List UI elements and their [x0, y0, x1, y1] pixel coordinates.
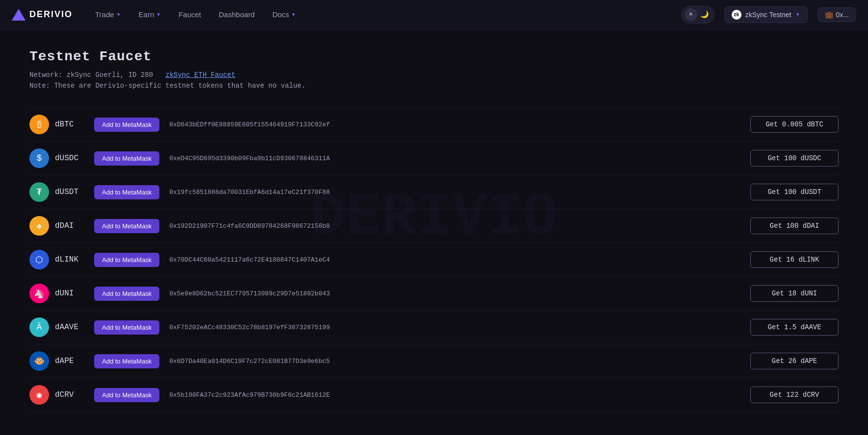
get-token-button-dusdc[interactable]: Get 100 dUSDC	[750, 150, 839, 167]
logo-text: DERIVIO	[29, 9, 73, 20]
get-token-button-dcrv[interactable]: Get 122 dCRV	[750, 387, 839, 403]
logo[interactable]: DERIVIO	[12, 9, 73, 21]
token-address-dusdc: 0xeD4C95D695d3390b09Fba9b11cD93067884631…	[169, 155, 740, 162]
token-icon-dcrv: ◉	[29, 385, 49, 405]
wallet-button[interactable]: 💼 0x...	[817, 7, 856, 22]
add-metamask-button-daave[interactable]: Add to MetaMask	[94, 320, 159, 335]
theme-toggle[interactable]: ☀️ 🌙	[681, 6, 715, 24]
note-text: Note: These are Derivio-specific testnet…	[29, 82, 839, 90]
token-symbol: dAPE	[55, 357, 94, 365]
token-icon-dbtc: ₿	[29, 115, 49, 134]
add-metamask-button-ddai[interactable]: Add to MetaMask	[94, 219, 159, 233]
token-icon-dusdc: $	[29, 148, 49, 168]
nav-item-dashboard[interactable]: Dashboard	[212, 6, 261, 23]
add-metamask-button-dape[interactable]: Add to MetaMask	[94, 354, 159, 368]
token-icon-dusdt: ₮	[29, 182, 49, 202]
get-token-button-daave[interactable]: Get 1.5 dAAVE	[750, 319, 839, 336]
token-symbol: dBTC	[55, 120, 94, 129]
token-symbol: dAAVE	[55, 323, 94, 332]
token-symbol: dLINK	[55, 255, 94, 264]
eth-faucet-link[interactable]: zkSync ETH Faucet	[165, 71, 235, 79]
nav-item-faucet[interactable]: Faucet	[172, 6, 208, 23]
wallet-address: 0x...	[836, 11, 849, 19]
token-list: ₿ dBTC Add to MetaMask 0xD643bEDff0E8885…	[29, 107, 839, 412]
get-token-button-dlink[interactable]: Get 16 dLINK	[750, 251, 839, 268]
token-address-dcrv: 0x5b190FA37c2c923AfAc979B730b9F6c21AB161…	[169, 391, 740, 399]
token-icon-dlink: ⬡	[29, 250, 49, 269]
token-address-ddai: 0x192D21907F71c4fa6C9DD89784268F98672158…	[169, 222, 740, 230]
token-icon-duni: 🦄	[29, 284, 49, 303]
token-address-daave: 0xF75202eACc48330C52c78b8197efF387328751…	[169, 324, 740, 331]
token-row: ⬡ dLINK Add to MetaMask 0x70DC44C60a5421…	[29, 243, 839, 277]
token-row: ₿ dBTC Add to MetaMask 0xD643bEDff0E8885…	[29, 107, 839, 142]
token-address-dusdt: 0x19fc5851886da70031EbfA6d14a17eC21f370F…	[169, 189, 740, 196]
chevron-down-icon: ▼	[116, 12, 121, 17]
add-metamask-button-dcrv[interactable]: Add to MetaMask	[94, 388, 159, 402]
token-row: 🐵 dAPE Add to MetaMask 0x6D7Da40Ea014D6C…	[29, 344, 839, 378]
chevron-down-icon: ▼	[291, 12, 296, 17]
add-metamask-button-dusdc[interactable]: Add to MetaMask	[94, 151, 159, 166]
token-row: $ dUSDC Add to MetaMask 0xeD4C95D695d339…	[29, 142, 839, 175]
chevron-down-icon: ▼	[156, 12, 161, 17]
token-address-dape: 0x6D7Da40Ea014D6C19F7c272cE081B77D3e9e6b…	[169, 358, 740, 365]
chevron-down-icon: ▼	[795, 12, 800, 17]
add-metamask-button-dusdt[interactable]: Add to MetaMask	[94, 185, 159, 199]
moon-icon[interactable]: 🌙	[698, 8, 711, 21]
token-icon-dape: 🐵	[29, 351, 49, 371]
token-row: ◈ dDAI Add to MetaMask 0x192D21907F71c4f…	[29, 209, 839, 243]
nav-item-earn[interactable]: Earn ▼	[132, 6, 168, 23]
token-row: ◉ dCRV Add to MetaMask 0x5b190FA37c2c923…	[29, 378, 839, 412]
token-row: Ā dAAVE Add to MetaMask 0xF75202eACc4833…	[29, 311, 839, 344]
navbar: DERIVIO Trade ▼ Earn ▼ Faucet Dashboard …	[0, 0, 868, 29]
network-name: zkSync Testnet	[745, 11, 791, 19]
add-metamask-button-dbtc[interactable]: Add to MetaMask	[94, 118, 159, 132]
token-address-duni: 0x5e9e8D62bc521EC7705713089c29D7e51892b0…	[169, 290, 740, 297]
nav-item-docs[interactable]: Docs ▼	[265, 6, 303, 23]
token-address-dbtc: 0xD643bEDff0E88859E605f155464919F7133C92…	[169, 121, 740, 128]
token-symbol: dCRV	[55, 390, 94, 399]
token-icon-daave: Ā	[29, 317, 49, 337]
token-symbol: dUSDT	[55, 188, 94, 196]
page-title: Testnet Faucet	[29, 49, 839, 64]
network-selector[interactable]: zk zkSync Testnet ▼	[724, 6, 808, 23]
nav-item-trade[interactable]: Trade ▼	[88, 6, 128, 23]
sun-icon[interactable]: ☀️	[685, 8, 697, 21]
token-address-dlink: 0x70DC44C60a5421117a6c72E4180847C1407A1e…	[169, 256, 740, 264]
network-info: Network: zkSync Goerli, ID 280 zkSync ET…	[29, 71, 839, 79]
main-content: Testnet Faucet Network: zkSync Goerli, I…	[0, 29, 868, 432]
wallet-icon: 💼	[825, 11, 833, 19]
token-symbol: dDAI	[55, 221, 94, 230]
token-symbol: dUNI	[55, 289, 94, 298]
get-token-button-dape[interactable]: Get 26 dAPE	[750, 353, 839, 369]
get-token-button-dbtc[interactable]: Get 0.005 dBTC	[750, 116, 839, 133]
token-icon-ddai: ◈	[29, 216, 49, 236]
get-token-button-ddai[interactable]: Get 100 dDAI	[750, 218, 839, 234]
logo-triangle-icon	[12, 9, 26, 21]
token-symbol: dUSDC	[55, 154, 94, 163]
network-icon: zk	[732, 10, 741, 20]
add-metamask-button-duni[interactable]: Add to MetaMask	[94, 287, 159, 301]
get-token-button-dusdt[interactable]: Get 100 dUSDT	[750, 184, 839, 200]
add-metamask-button-dlink[interactable]: Add to MetaMask	[94, 253, 159, 267]
token-row: 🦄 dUNI Add to MetaMask 0x5e9e8D62bc521EC…	[29, 277, 839, 311]
get-token-button-duni[interactable]: Get 18 dUNI	[750, 285, 839, 302]
token-row: ₮ dUSDT Add to MetaMask 0x19fc5851886da7…	[29, 175, 839, 209]
